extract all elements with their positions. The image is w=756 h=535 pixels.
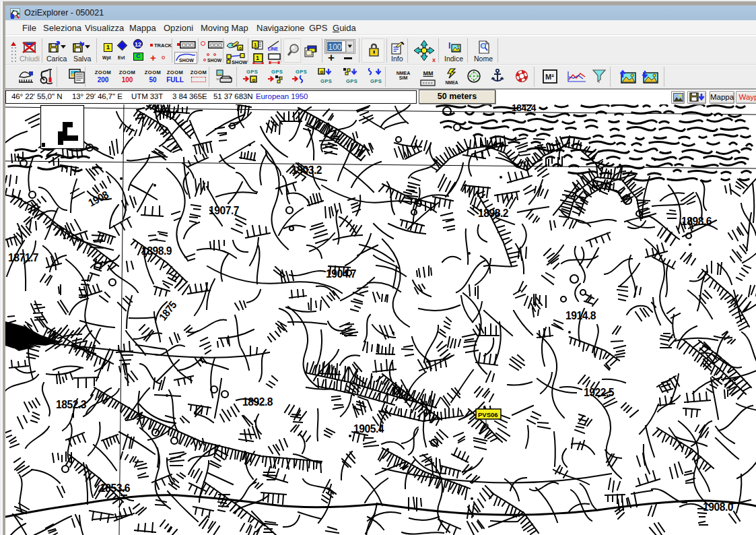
svg-text:o: o: [252, 77, 256, 83]
svg-text:»: »: [216, 76, 219, 82]
svg-text:M²: M²: [545, 73, 554, 81]
svg-text:1898.2: 1898.2: [478, 206, 508, 219]
svg-text:1914.8: 1914.8: [565, 309, 596, 321]
svg-text:1853.6: 1853.6: [100, 481, 130, 494]
svg-text:1898.6: 1898.6: [681, 214, 712, 227]
svg-text:1908.0: 1908.0: [703, 500, 733, 513]
svg-text:1871.7: 1871.7: [8, 251, 38, 263]
svg-text:LINE: LINE: [268, 46, 278, 51]
svg-text:GPS: GPS: [271, 69, 283, 75]
svg-text:GPS: GPS: [320, 78, 332, 84]
svg-text:1852.3: 1852.3: [56, 398, 86, 410]
svg-text:GPS: GPS: [346, 78, 357, 84]
svg-text:o: o: [320, 69, 324, 75]
svg-text:1905.4: 1905.4: [353, 422, 384, 435]
svg-text:GPS: GPS: [296, 69, 307, 75]
svg-text:GPS: GPS: [370, 78, 382, 84]
svg-text:x: x: [432, 57, 436, 63]
svg-text:18424: 18424: [512, 104, 537, 113]
svg-text:1907.7: 1907.7: [209, 203, 239, 216]
svg-text:SHOW: SHOW: [179, 58, 194, 63]
svg-text:1: 1: [256, 55, 259, 61]
svg-text:1898.9: 1898.9: [141, 244, 172, 257]
svg-text:PVS06: PVS06: [478, 411, 498, 418]
svg-text:o: o: [239, 46, 242, 51]
svg-text:100: 100: [329, 42, 342, 52]
svg-text:GPS: GPS: [246, 69, 258, 75]
svg-text:1892.8: 1892.8: [242, 395, 273, 408]
svg-text:I: I: [448, 42, 450, 51]
svg-text:1903.2: 1903.2: [291, 163, 322, 176]
svg-text:1922.5: 1922.5: [584, 385, 614, 398]
svg-text:1: 1: [254, 42, 257, 48]
